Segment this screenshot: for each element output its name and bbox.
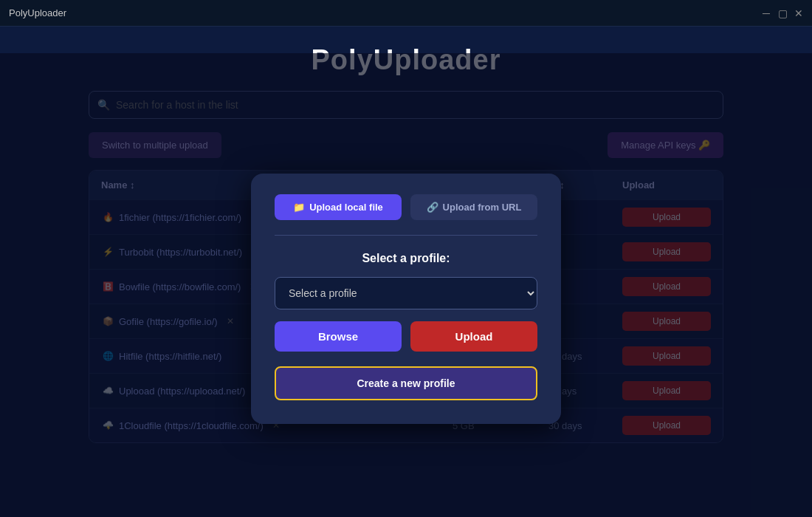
modal-select-label: Select a profile:	[275, 252, 537, 265]
url-icon: 🔗	[427, 202, 438, 213]
local-icon: 📁	[293, 202, 305, 213]
browse-button[interactable]: Browse	[275, 321, 402, 352]
titlebar-controls: ─ ▢ ✕	[762, 9, 803, 18]
tab-upload-local[interactable]: 📁 Upload local file	[275, 194, 402, 220]
upload-modal: 📁 Upload local file 🔗 Upload from URL Se…	[251, 174, 561, 424]
upload-modal-button[interactable]: Upload	[410, 321, 537, 352]
titlebar: PolyUploader ─ ▢ ✕	[0, 0, 812, 27]
modal-action-row: Browse Upload	[275, 321, 537, 352]
minimize-button[interactable]: ─	[762, 9, 771, 18]
close-button[interactable]: ✕	[794, 9, 803, 18]
tab-upload-url[interactable]: 🔗 Upload from URL	[410, 194, 537, 220]
modal-overlay: 📁 Upload local file 🔗 Upload from URL Se…	[0, 53, 812, 517]
titlebar-title: PolyUploader	[9, 7, 66, 18]
maximize-button[interactable]: ▢	[778, 9, 787, 18]
profile-select[interactable]: Select a profile	[275, 277, 537, 309]
create-profile-button[interactable]: Create a new profile	[275, 366, 537, 400]
modal-tabs: 📁 Upload local file 🔗 Upload from URL	[275, 194, 537, 220]
modal-divider	[275, 235, 537, 236]
main-content: PolyUploader 🔍 Switch to multiple upload…	[0, 27, 812, 443]
